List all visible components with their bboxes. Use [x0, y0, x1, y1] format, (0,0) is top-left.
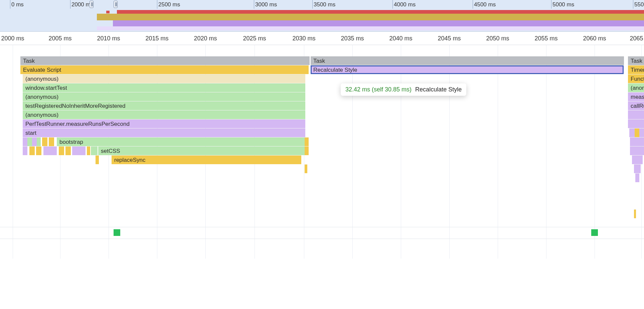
timeline-overview[interactable]: 0 ms2000 ms2500 ms3000 ms3500 ms4000 ms4…: [0, 0, 644, 32]
flame-entry[interactable]: [628, 110, 644, 119]
overview-handle-left[interactable]: [90, 1, 94, 8]
flame-entry[interactable]: [37, 137, 41, 146]
overview-tick-label: 3500 ms: [314, 1, 335, 8]
flame-entry[interactable]: [96, 156, 99, 164]
flame-entry[interactable]: [27, 137, 32, 146]
ruler-tick-label: 2010 ms: [97, 35, 120, 42]
overview-tick-mark: [633, 0, 633, 9]
gridline: [449, 45, 450, 259]
flame-entry[interactable]: (anonymous): [23, 110, 305, 119]
gridline: [546, 45, 546, 259]
flame-entry[interactable]: Task: [311, 56, 624, 65]
tooltip-name: Recalculate Style: [415, 86, 462, 93]
flame-entry[interactable]: [634, 210, 636, 218]
ruler-tick-label: 2030 ms: [292, 35, 315, 42]
gridline: [13, 45, 13, 259]
overview-layer-gold: [97, 14, 644, 20]
overview-tick-mark: [10, 0, 10, 9]
flame-entry[interactable]: [630, 137, 644, 146]
flame-entry[interactable]: [87, 146, 90, 155]
flame-entry[interactable]: setCSS: [98, 146, 305, 155]
flame-entry[interactable]: [29, 146, 35, 155]
flame-entry[interactable]: Functio: [628, 74, 644, 83]
flame-entry[interactable]: [43, 146, 57, 155]
flame-entry[interactable]: [72, 146, 86, 155]
flame-entry[interactable]: window.startTest: [23, 83, 305, 92]
flame-entry[interactable]: [42, 137, 47, 146]
overview-tick-label: 2500 ms: [158, 1, 180, 8]
flame-entry[interactable]: Timer F: [628, 65, 644, 74]
flame-entry[interactable]: [634, 165, 641, 173]
overview-tick-mark: [312, 0, 313, 9]
ruler-tick-label: 2020 ms: [194, 35, 217, 42]
flame-entry[interactable]: [632, 156, 643, 164]
track-divider: [0, 227, 644, 227]
flame-entry[interactable]: [630, 146, 644, 155]
flame-entry[interactable]: [59, 146, 64, 155]
gridline: [498, 45, 498, 259]
flame-entry[interactable]: [23, 146, 27, 155]
flame-entry[interactable]: [628, 119, 644, 128]
overview-tick-label: 3000 ms: [255, 1, 277, 8]
track-divider: [0, 239, 644, 239]
flame-entry[interactable]: (anony: [628, 83, 644, 92]
flame-entry[interactable]: (anonymous): [23, 74, 305, 83]
flame-entry[interactable]: [65, 146, 71, 155]
ruler-tick-label: 2000 ms: [1, 35, 24, 42]
ruler-tick-label: 2055 ms: [534, 35, 557, 42]
ruler-tick-label: 2065 ms: [630, 35, 644, 42]
flame-entry[interactable]: [635, 128, 639, 137]
flame-entry[interactable]: [305, 65, 309, 74]
overview-tick-mark: [157, 0, 157, 9]
overview-tick-mark: [254, 0, 254, 9]
overview-tick-label: 4500 ms: [474, 1, 496, 8]
flame-entry[interactable]: Evaluate Script: [20, 65, 305, 74]
ruler-tick-label: 2040 ms: [389, 35, 412, 42]
tooltip-timing: 32.42 ms (self 30.85 ms): [345, 86, 412, 93]
overview-tick-label: 4000 ms: [394, 1, 416, 8]
flame-entry[interactable]: measu: [628, 92, 644, 101]
flame-entry[interactable]: [49, 137, 54, 146]
gridline: [595, 45, 595, 259]
flame-entry[interactable]: PerfTestRunner.measureRunsPerSecond: [23, 119, 305, 128]
gc-marker: [591, 229, 598, 236]
flame-entry[interactable]: Recalculate Style: [311, 65, 624, 74]
overview-layer-violet: [113, 20, 644, 26]
flame-entry[interactable]: bootstrap: [57, 137, 305, 146]
overview-tick-label: 5500 ms: [634, 1, 644, 8]
flame-tooltip: 32.42 ms (self 30.85 ms) Recalculate Sty…: [341, 83, 466, 96]
flame-entry[interactable]: [305, 146, 309, 155]
overview-layer-lavender: [97, 26, 644, 30]
overview-handle-right[interactable]: [114, 1, 118, 8]
flame-entry[interactable]: [305, 137, 309, 146]
overview-tick-label: 0 ms: [11, 1, 24, 8]
overview-red-chip: [106, 11, 110, 13]
overview-tick-label: 5000 ms: [552, 1, 574, 8]
ruler-tick-label: 2025 ms: [243, 35, 266, 42]
flame-entry[interactable]: (anonymous): [23, 92, 305, 101]
flame-entry[interactable]: replaceSync: [112, 156, 301, 164]
flame-entry[interactable]: Task: [20, 56, 310, 65]
ruler-tick-label: 2045 ms: [438, 35, 461, 42]
overview-tick-mark: [70, 0, 70, 9]
flame-entry[interactable]: [32, 137, 37, 146]
flame-entry[interactable]: [36, 146, 41, 155]
flame-entry[interactable]: [91, 146, 98, 155]
flame-entry[interactable]: callRu: [628, 101, 644, 110]
gc-marker: [114, 229, 120, 236]
flame-entry[interactable]: start: [23, 128, 305, 137]
time-ruler[interactable]: 2000 ms2005 ms2010 ms2015 ms2020 ms2025 …: [0, 32, 644, 45]
gridline: [401, 45, 401, 259]
ruler-tick-label: 2035 ms: [341, 35, 364, 42]
ruler-tick-label: 2015 ms: [145, 35, 168, 42]
overview-tick-mark: [551, 0, 551, 9]
flame-entry[interactable]: [305, 165, 307, 173]
flame-entry[interactable]: Task: [628, 56, 644, 65]
ruler-tick-label: 2060 ms: [583, 35, 606, 42]
flame-entry[interactable]: [635, 174, 639, 182]
flame-entry[interactable]: [23, 137, 27, 146]
flame-chart[interactable]: TaskEvaluate Script(anonymous)window.sta…: [0, 45, 644, 259]
flame-entry[interactable]: testRegisteredNoInheritMoreRegistered: [23, 101, 305, 110]
overview-layer-red: [117, 10, 644, 14]
ruler-tick-label: 2005 ms: [48, 35, 71, 42]
